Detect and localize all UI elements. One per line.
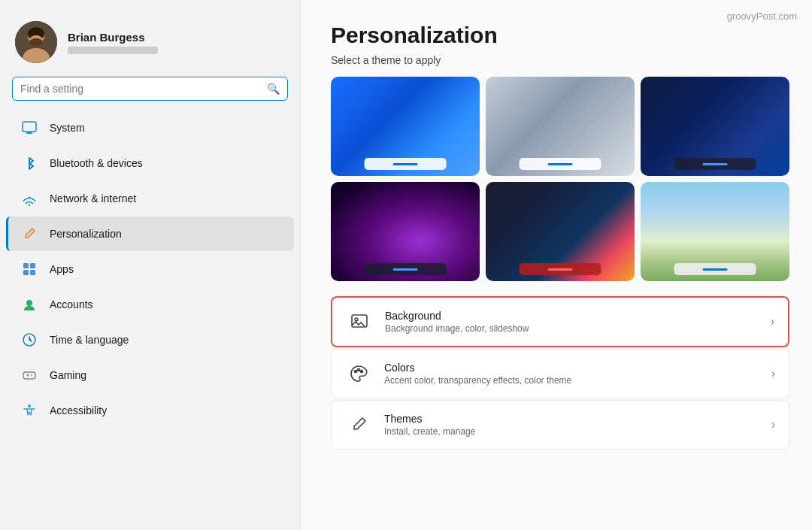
sidebar-item-label-personalization: Personalization [50, 228, 122, 240]
themes-desc: Install, create, manage [384, 426, 759, 437]
colors-icon [345, 360, 372, 387]
avatar [15, 21, 57, 63]
svg-rect-15 [23, 372, 35, 379]
accounts-icon [21, 296, 38, 313]
sidebar-item-label-gaming: Gaming [50, 369, 86, 381]
theme-taskbar-6 [674, 263, 756, 275]
svg-rect-10 [30, 263, 35, 268]
theme-card-4[interactable] [331, 182, 480, 281]
theme-taskbar-4 [365, 263, 447, 275]
sidebar-item-system[interactable]: System [6, 111, 294, 145]
page-title: Personalization [331, 23, 789, 48]
theme-card-1[interactable] [331, 77, 480, 176]
sidebar-item-label-bluetooth: Bluetooth & devices [50, 157, 143, 169]
svg-point-17 [28, 404, 31, 407]
svg-rect-7 [26, 132, 32, 134]
colors-item-text: Colors Accent color, transparency effect… [384, 362, 759, 386]
user-email-bar [68, 47, 158, 54]
watermark: groovyPost.com [727, 11, 797, 22]
svg-rect-18 [352, 315, 367, 327]
sidebar-item-apps[interactable]: Apps [6, 252, 294, 286]
svg-point-19 [355, 318, 358, 321]
user-info: Brian Burgess [68, 31, 158, 54]
settings-item-background[interactable]: Background Background image, color, slid… [331, 296, 789, 347]
background-desc: Background image, color, slideshow [385, 323, 759, 334]
background-title: Background [385, 310, 759, 322]
bluetooth-icon [21, 155, 38, 171]
sidebar-item-time[interactable]: Time & language [6, 323, 294, 357]
themes-icon [345, 411, 372, 438]
system-icon [21, 120, 38, 136]
svg-point-22 [361, 371, 363, 373]
sidebar: Brian Burgess 🔍 System Bluetooth & devic… [0, 0, 301, 530]
sidebar-item-label-network: Network & internet [50, 192, 136, 204]
themes-chevron-icon: › [771, 418, 775, 432]
svg-point-16 [31, 374, 32, 376]
sidebar-item-label-accounts: Accounts [50, 298, 93, 310]
svg-rect-6 [23, 122, 36, 132]
theme-card-3[interactable] [641, 77, 789, 176]
user-name: Brian Burgess [68, 31, 158, 44]
svg-point-21 [358, 369, 360, 371]
background-chevron-icon: › [771, 315, 774, 329]
theme-taskbar-1 [365, 158, 447, 170]
apps-icon [21, 261, 38, 277]
main-content: groovyPost.com Personalization Select a … [301, 0, 812, 530]
search-icon: 🔍 [267, 83, 280, 95]
theme-grid [331, 77, 789, 281]
sidebar-item-accessibility[interactable]: Accessibility [6, 393, 294, 428]
svg-point-20 [355, 371, 357, 373]
theme-card-2[interactable] [486, 77, 635, 176]
svg-rect-12 [30, 270, 35, 275]
sidebar-item-gaming[interactable]: Gaming [6, 358, 294, 392]
theme-taskbar-5 [520, 263, 601, 275]
theme-card-6[interactable] [641, 182, 789, 281]
svg-rect-9 [23, 263, 29, 268]
theme-section-label: Select a theme to apply [331, 54, 789, 66]
user-section: Brian Burgess [0, 0, 300, 77]
themes-item-text: Themes Install, create, manage [384, 413, 759, 437]
sidebar-item-personalization[interactable]: Personalization [6, 217, 294, 251]
sidebar-item-label-system: System [50, 122, 85, 134]
sidebar-item-accounts[interactable]: Accounts [6, 287, 294, 322]
svg-point-13 [26, 300, 32, 306]
theme-card-5[interactable] [486, 182, 635, 281]
themes-title: Themes [384, 413, 759, 425]
network-icon [21, 190, 38, 207]
personalization-icon [21, 226, 38, 242]
svg-point-8 [29, 204, 30, 206]
settings-item-themes[interactable]: Themes Install, create, manage › [331, 400, 789, 450]
gaming-icon [21, 367, 38, 383]
settings-item-colors[interactable]: Colors Accent color, transparency effect… [331, 349, 789, 398]
colors-chevron-icon: › [771, 367, 775, 380]
search-bar[interactable]: 🔍 [12, 77, 288, 101]
time-icon [21, 332, 38, 348]
svg-point-5 [29, 38, 43, 46]
colors-title: Colors [384, 362, 759, 374]
background-item-text: Background Background image, color, slid… [385, 310, 759, 334]
sidebar-item-bluetooth[interactable]: Bluetooth & devices [6, 146, 294, 180]
sidebar-item-label-apps: Apps [50, 263, 74, 275]
theme-taskbar-3 [674, 158, 756, 170]
sidebar-item-label-time: Time & language [50, 334, 129, 346]
accessibility-icon [21, 402, 38, 419]
nav-list: System Bluetooth & devices Network & int… [0, 110, 300, 530]
theme-taskbar-2 [520, 158, 601, 170]
sidebar-item-network[interactable]: Network & internet [6, 181, 294, 216]
colors-desc: Accent color, transparency effects, colo… [384, 375, 759, 386]
search-input[interactable] [20, 83, 261, 95]
svg-rect-11 [23, 270, 29, 275]
background-icon [346, 308, 373, 335]
sidebar-item-label-accessibility: Accessibility [50, 404, 107, 416]
settings-list: Background Background image, color, slid… [331, 296, 789, 450]
